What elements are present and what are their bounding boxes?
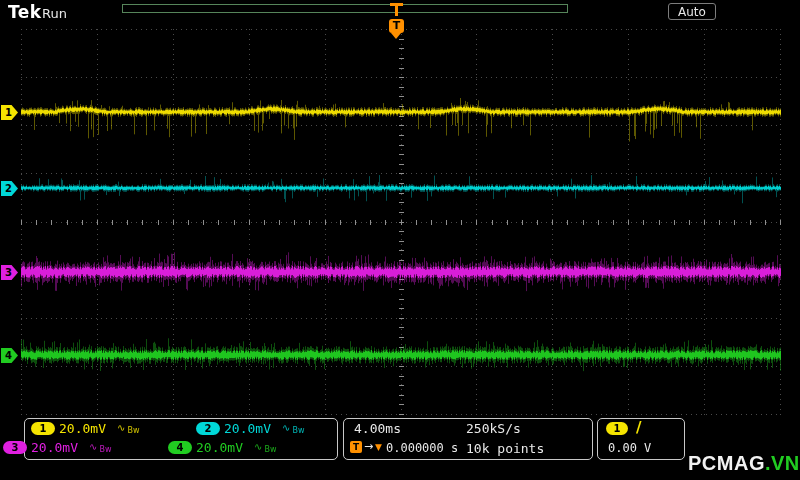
trigger-position-flag[interactable]: T bbox=[389, 19, 404, 33]
oscilloscope-screen: Tek Run T Auto 1 2 3 4 1 20.0mV ∿Bw 2 20… bbox=[0, 0, 800, 480]
ch2-bandwidth-icon: Bw bbox=[292, 426, 304, 435]
ch3-coupling-bw-icons: ∿Bw bbox=[89, 441, 111, 454]
ch1-coupling-bw-icons: ∿Bw bbox=[117, 422, 139, 435]
ch1-badge[interactable]: 1 bbox=[31, 422, 55, 435]
ch2-coupling-icon: ∿ bbox=[282, 422, 290, 433]
ch1-scale: 20.0mV bbox=[59, 421, 106, 436]
trigger-position-t-icon: T bbox=[350, 441, 362, 453]
watermark: PCMAG.VN bbox=[688, 452, 800, 475]
ch3-badge[interactable]: 3 bbox=[3, 441, 27, 454]
trigger-position-triangle-icon: ▼ bbox=[375, 442, 382, 452]
trigger-source-badge[interactable]: 1 bbox=[606, 422, 628, 435]
ch3-scale: 20.0mV bbox=[31, 440, 78, 455]
trigger-position-arrow-icon: → bbox=[364, 440, 373, 453]
trigger-slope-icon: ∕ bbox=[636, 418, 641, 436]
ch2-scale: 20.0mV bbox=[224, 421, 271, 436]
record-view-bar bbox=[122, 4, 568, 13]
trigger-mode-indicator[interactable]: Auto bbox=[668, 3, 716, 20]
ch4-coupling-icon: ∿ bbox=[254, 441, 262, 452]
waveform-display bbox=[0, 0, 800, 480]
ch4-badge[interactable]: 4 bbox=[168, 441, 192, 454]
watermark-brand: PCMAG bbox=[688, 452, 765, 474]
ch4-scale: 20.0mV bbox=[196, 440, 243, 455]
ch3-coupling-icon: ∿ bbox=[89, 441, 97, 452]
timebase-readout: 4.00ms bbox=[354, 421, 401, 436]
watermark-suffix: .VN bbox=[765, 452, 800, 474]
ch1-bandwidth-icon: Bw bbox=[127, 426, 139, 435]
ch4-coupling-bw-icons: ∿Bw bbox=[254, 441, 276, 454]
trigger-position-readout: 0.000000 s bbox=[386, 441, 458, 455]
ch2-coupling-bw-icons: ∿Bw bbox=[282, 422, 304, 435]
ch4-bandwidth-icon: Bw bbox=[264, 445, 276, 454]
ch3-bandwidth-icon: Bw bbox=[99, 445, 111, 454]
acquisition-state: Run bbox=[42, 6, 67, 21]
trigger-position-flag-arrow bbox=[391, 33, 401, 39]
record-length-readout: 10k points bbox=[466, 441, 544, 456]
ch2-badge[interactable]: 2 bbox=[196, 422, 220, 435]
trigger-level-readout: 0.00 V bbox=[608, 441, 651, 455]
sample-rate-readout: 250kS/s bbox=[466, 421, 521, 436]
trigger-position-marker-stem bbox=[395, 6, 398, 16]
ch1-coupling-icon: ∿ bbox=[117, 422, 125, 433]
tek-logo: Tek bbox=[8, 2, 42, 22]
